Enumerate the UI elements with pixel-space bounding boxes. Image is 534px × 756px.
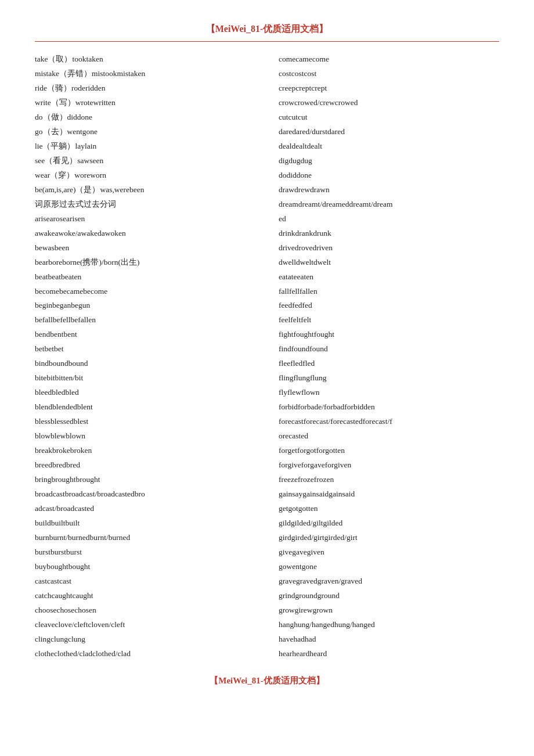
left-column: take（取）tooktakenmistake（弄错）mistookmistak…	[35, 52, 273, 661]
list-item: feedfedfed	[279, 298, 499, 313]
list-item: blowblewblown	[35, 429, 255, 444]
list-item: bleedbledbled	[35, 386, 255, 400]
list-item: ride（骑）roderidden	[35, 81, 255, 96]
list-item: broadcastbroadcast/broadcastedbro	[35, 487, 255, 502]
list-item: lie（平躺）laylain	[35, 139, 255, 154]
list-item: comecamecome	[279, 52, 499, 67]
list-item: drivedrovedriven	[279, 241, 499, 255]
list-item: buildbuiltbuilt	[35, 516, 255, 531]
list-item: catchcaughtcaught	[35, 589, 255, 603]
list-item: breedbredbred	[35, 458, 255, 473]
right-column: comecamecomecostcostcostcreepcreptcreptc…	[273, 52, 499, 661]
list-item: awakeawoke/awakedawoken	[35, 226, 255, 241]
list-item: bitebitbitten/bit	[35, 371, 255, 386]
list-item: clingclungclung	[35, 632, 255, 647]
list-item: take（取）tooktaken	[35, 52, 255, 67]
list-item: findfoundfound	[279, 342, 499, 357]
list-item: adcast/broadcasted	[35, 502, 255, 516]
list-item: costcostcost	[279, 67, 499, 81]
list-item: ed	[279, 212, 499, 226]
list-item: getgotgotten	[279, 502, 499, 516]
list-item: girdgirded/girtgirded/girt	[279, 531, 499, 545]
list-item: forecastforecast/forecastedforecast/f	[279, 415, 499, 429]
list-item: drinkdrankdrunk	[279, 226, 499, 241]
list-item: burstburstburst	[35, 545, 255, 560]
list-item: dodiddone	[279, 168, 499, 183]
list-item: gildgilded/giltgilded	[279, 516, 499, 531]
list-item: befallbefellbefallen	[35, 313, 255, 327]
list-item: forbidforbade/forbadforbidden	[279, 400, 499, 415]
list-item: feelfeltfelt	[279, 313, 499, 327]
list-item: mistake（弄错）mistookmistaken	[35, 67, 255, 81]
list-item: flingflungflung	[279, 371, 499, 386]
list-item: clotheclothed/cladclothed/clad	[35, 647, 255, 661]
list-item: buyboughtbought	[35, 560, 255, 574]
list-item: wear（穿）woreworn	[35, 168, 255, 183]
list-item: fleefledfled	[279, 357, 499, 371]
list-item: write（写）wrotewritten	[35, 96, 255, 110]
list-item: freezefrozefrozen	[279, 473, 499, 487]
list-item: blendblendedblent	[35, 400, 255, 415]
list-item: hearheardheard	[279, 647, 499, 661]
list-item: beatbeatbeaten	[35, 270, 255, 285]
list-item: bringbroughtbrought	[35, 473, 255, 487]
list-item: havehadhad	[279, 632, 499, 647]
list-item: fallfellfallen	[279, 285, 499, 299]
list-item: givegavegiven	[279, 545, 499, 560]
list-item: arisearosearisen	[35, 212, 255, 226]
list-item: cutcutcut	[279, 110, 499, 125]
list-item: orecasted	[279, 429, 499, 444]
list-item: grindgroundground	[279, 589, 499, 603]
list-item: fightfoughtfought	[279, 327, 499, 342]
header-title: 【MeiWei_81-优质适用文档】	[206, 24, 329, 34]
list-item: forgetforgotforgotten	[279, 444, 499, 458]
list-item: dreamdreamt/dreameddreamt/dream	[279, 197, 499, 212]
list-item: burnburnt/burnedburnt/burned	[35, 531, 255, 545]
list-item: dealdealtdealt	[279, 139, 499, 154]
list-item: creepcreptcrept	[279, 81, 499, 96]
list-item: blessblessedblest	[35, 415, 255, 429]
list-item: gravegravedgraven/graved	[279, 574, 499, 589]
list-item: cleaveclove/cleftcloven/cleft	[35, 618, 255, 632]
page-header: 【MeiWei_81-优质适用文档】	[35, 23, 499, 35]
header-divider	[35, 41, 499, 42]
list-item: crowcrowed/crewcrowed	[279, 96, 499, 110]
list-item: bendbentbent	[35, 327, 255, 342]
list-item: hanghung/hangedhung/hanged	[279, 618, 499, 632]
list-item: growgirewgrown	[279, 603, 499, 618]
list-item: drawdrewdrawn	[279, 183, 499, 197]
list-item: gainsaygainsaidgainsaid	[279, 487, 499, 502]
list-item: castcastcast	[35, 574, 255, 589]
list-item: beginbeganbegun	[35, 298, 255, 313]
list-item: dwelldweltdwelt	[279, 255, 499, 270]
list-item: be(am,is,are)（是）was,werebeen	[35, 183, 255, 197]
list-item: betbetbet	[35, 342, 255, 357]
list-item: 词原形过去式过去分词	[35, 197, 255, 212]
list-item: flyflewflown	[279, 386, 499, 400]
list-item: see（看见）sawseen	[35, 154, 255, 168]
list-item: forgiveforgaveforgiven	[279, 458, 499, 473]
list-item: bewasbeen	[35, 241, 255, 255]
page-footer: 【MeiWei_81-优质适用文档】	[35, 675, 499, 686]
footer-title: 【MeiWei_81-优质适用文档】	[210, 676, 324, 685]
list-item: eatateeaten	[279, 270, 499, 285]
list-item: bindboundbound	[35, 357, 255, 371]
list-item: digdugdug	[279, 154, 499, 168]
main-content: take（取）tooktakenmistake（弄错）mistookmistak…	[35, 52, 499, 661]
list-item: daredared/durstdared	[279, 125, 499, 139]
list-item: do（做）diddone	[35, 110, 255, 125]
list-item: breakbrokebroken	[35, 444, 255, 458]
list-item: choosechosechosen	[35, 603, 255, 618]
list-item: go（去）wentgone	[35, 125, 255, 139]
list-item: becomebecamebecome	[35, 285, 255, 299]
list-item: gowentgone	[279, 560, 499, 574]
list-item: bearboreborne(携带)/born(出生)	[35, 255, 255, 270]
